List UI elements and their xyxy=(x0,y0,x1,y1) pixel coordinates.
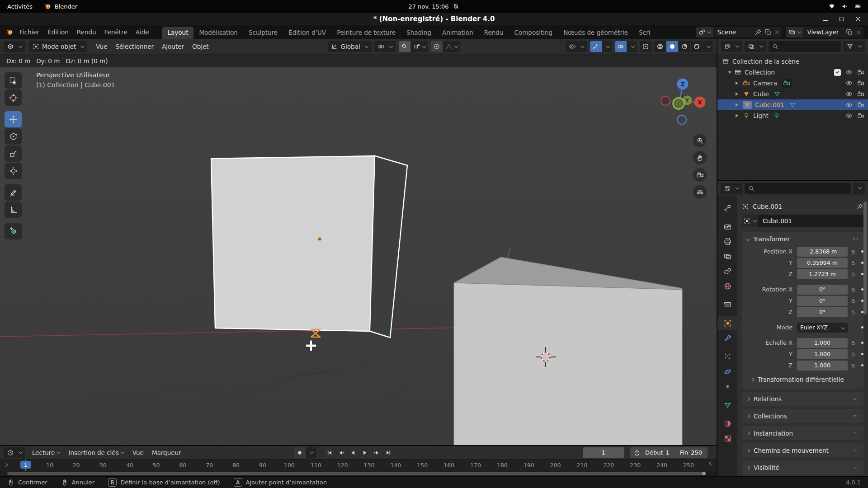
property-value-z[interactable]: 0° xyxy=(797,307,848,317)
jump-to-end-button[interactable] xyxy=(383,447,394,458)
frame-tick-180[interactable]: 180 xyxy=(497,462,508,469)
shading-rendered-button[interactable] xyxy=(691,41,703,52)
frame-tick-230[interactable]: 230 xyxy=(630,462,641,469)
drag-handle-icon[interactable] xyxy=(852,235,859,243)
hide-viewport-icon[interactable] xyxy=(845,69,853,76)
animate-dot[interactable] xyxy=(859,342,866,344)
property-value-chelle-x[interactable]: 1.000 xyxy=(797,338,848,348)
proportional-falloff-dropdown[interactable] xyxy=(443,41,460,52)
workspace-tab-n-uds-de-g-om-trie[interactable]: Nœuds de géométrie xyxy=(558,27,633,39)
scene-collection-row[interactable]: Collection de la scène xyxy=(717,56,868,67)
workspace-tab-dition-d-uv[interactable]: Édition d’UV xyxy=(283,27,331,39)
tool-move-button[interactable] xyxy=(5,111,22,127)
scene-selector[interactable]: Scene × xyxy=(696,27,782,38)
frame-tick-210[interactable]: 210 xyxy=(577,462,588,469)
new-scene-icon[interactable] xyxy=(764,28,772,36)
panel-relations[interactable]: Relations xyxy=(742,392,863,406)
outliner-row-camera[interactable]: Camera xyxy=(717,78,868,89)
scene-name[interactable]: Scene xyxy=(713,28,752,36)
property-value-mode[interactable]: Euler XYZ xyxy=(797,323,848,333)
panel-collections[interactable]: Collections xyxy=(742,409,863,423)
lock-icon[interactable] xyxy=(848,309,859,315)
frame-tick-80[interactable]: 80 xyxy=(232,462,240,469)
viewport-menu-s-lectionner[interactable]: Sélectionner xyxy=(111,43,158,50)
frame-tick-20[interactable]: 20 xyxy=(73,462,80,469)
drag-handle-icon[interactable] xyxy=(851,430,859,437)
outliner-row-collection[interactable]: Collection xyxy=(717,67,868,78)
tool-annotate-button[interactable] xyxy=(5,184,22,201)
auto-key-toggle[interactable] xyxy=(294,447,306,458)
drag-handle-icon[interactable] xyxy=(851,447,859,454)
properties-tab-world[interactable] xyxy=(717,279,737,293)
show-gizmo-toggle[interactable] xyxy=(590,41,602,52)
ortho-toggle-button[interactable] xyxy=(693,185,707,199)
properties-scrollbar[interactable] xyxy=(863,202,867,314)
properties-tab-tool[interactable] xyxy=(717,201,737,215)
timeline-scroll-thumb[interactable] xyxy=(7,472,704,475)
workspace-tab-shading[interactable]: Shading xyxy=(401,27,437,39)
lock-icon[interactable] xyxy=(848,271,859,277)
viewlayer-selector[interactable]: ViewLayer × xyxy=(786,27,863,38)
properties-tab-constraints[interactable] xyxy=(717,380,737,394)
workspace-tab-rendu[interactable]: Rendu xyxy=(479,27,509,39)
frame-tick-60[interactable]: 60 xyxy=(179,462,186,469)
zoom-button[interactable] xyxy=(693,134,707,147)
frame-tick-10[interactable]: 10 xyxy=(46,462,53,469)
editor-type-button[interactable] xyxy=(4,41,25,52)
play-reverse-button[interactable] xyxy=(348,447,359,458)
play-button[interactable] xyxy=(359,447,371,458)
frame-tick-50[interactable]: 50 xyxy=(153,462,160,469)
xray-toggle[interactable] xyxy=(640,41,651,52)
properties-search-input[interactable] xyxy=(745,183,851,194)
outliner-row-light[interactable]: Light xyxy=(717,110,868,121)
transform-panel-header[interactable]: Transformer xyxy=(742,232,863,245)
new-viewlayer-icon[interactable] xyxy=(846,28,853,36)
property-value-z[interactable]: 1.000 xyxy=(797,361,848,371)
viewport-scene[interactable] xyxy=(0,67,717,445)
auto-key-dropdown[interactable] xyxy=(306,447,316,458)
frame-tick-40[interactable]: 40 xyxy=(126,462,133,469)
axis-neg-x[interactable] xyxy=(661,96,670,105)
menu-fen-tre[interactable]: Fenêtre xyxy=(100,27,132,37)
panel-instanciation[interactable]: Instanciation xyxy=(742,426,863,440)
timeline-scroll-knob[interactable] xyxy=(702,472,706,475)
tool-cursor-button[interactable] xyxy=(5,89,22,106)
frame-tick-190[interactable]: 190 xyxy=(524,462,534,469)
frame-tick-100[interactable]: 100 xyxy=(284,462,295,469)
tool-rotate-button[interactable] xyxy=(5,128,22,145)
hide-viewport-icon[interactable] xyxy=(845,101,853,108)
snap-settings-dropdown[interactable] xyxy=(411,41,428,52)
blender-app-menu-icon[interactable] xyxy=(6,28,14,36)
properties-editor-type-button[interactable] xyxy=(721,183,742,194)
focused-app-menu[interactable]: Blender xyxy=(44,3,77,10)
frame-tick-250[interactable]: 250 xyxy=(683,462,694,469)
property-value-y[interactable]: 1.000 xyxy=(797,349,848,359)
collapse-icon[interactable] xyxy=(728,71,731,75)
activities-button[interactable]: Activités xyxy=(7,3,33,10)
pan-button[interactable] xyxy=(693,151,707,164)
outliner-search-input[interactable] xyxy=(769,41,841,52)
menu-rendu[interactable]: Rendu xyxy=(73,27,100,37)
close-button[interactable] xyxy=(854,15,862,23)
viewlayer-browse-button[interactable] xyxy=(786,27,803,38)
scene-browse-button[interactable] xyxy=(696,27,713,38)
minimize-button[interactable] xyxy=(822,15,829,23)
unlink-scene-icon[interactable]: × xyxy=(774,28,780,36)
cube-object[interactable] xyxy=(454,257,682,445)
workspace-tab-layout[interactable]: Layout xyxy=(162,27,194,39)
camera-view-button[interactable] xyxy=(693,168,707,182)
properties-tab-physics[interactable] xyxy=(717,365,737,379)
properties-tab-render[interactable] xyxy=(717,220,737,234)
properties-tab-output[interactable] xyxy=(717,235,737,249)
menu-fichier[interactable]: Fichier xyxy=(15,27,43,37)
properties-tab-material[interactable] xyxy=(717,417,737,431)
frame-tick-1[interactable]: 1 xyxy=(20,461,31,469)
shading-wireframe-button[interactable] xyxy=(654,41,666,52)
frame-tick-120[interactable]: 120 xyxy=(337,462,348,469)
property-value-position-x[interactable]: -2.8368 m xyxy=(797,247,848,257)
expand-icon[interactable] xyxy=(736,92,740,96)
hide-viewport-icon[interactable] xyxy=(845,80,853,87)
lock-icon[interactable] xyxy=(848,351,859,357)
timeline-editor-type-button[interactable] xyxy=(4,447,25,458)
properties-tab-collection[interactable] xyxy=(717,298,737,312)
